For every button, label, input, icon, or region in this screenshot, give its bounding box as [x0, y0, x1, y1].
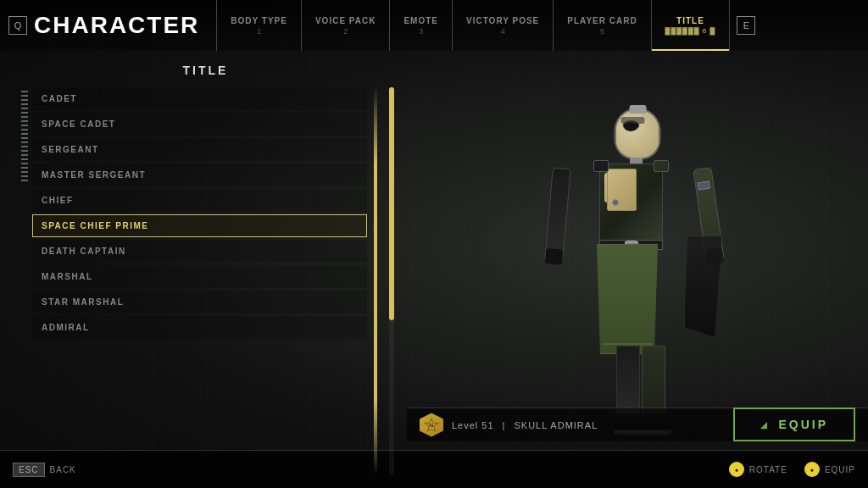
tab-voice-pack[interactable]: VOICE PACK 2	[302, 0, 391, 51]
title-item-marshal[interactable]: MARSHAL	[32, 265, 367, 288]
character-head	[615, 108, 661, 159]
shoulder-right	[654, 160, 669, 172]
tab-victory-pose[interactable]: VICTORY POSE 4	[453, 0, 554, 51]
tab-title[interactable]: TITLE ▓▓▓▓▓▓ 6 ▓	[652, 0, 731, 51]
title-list-container: CADET SPACE CADET SERGEANT MASTER SERGEA…	[17, 87, 394, 475]
title-item-master-sergeant[interactable]: MASTER SERGEANT	[32, 164, 367, 186]
glove-left	[545, 248, 563, 265]
right-panel: 51 Level 51 | SKULL ADMIRAL EQUIP	[407, 51, 868, 488]
status-level: Level 51	[452, 420, 494, 430]
title-item-sergeant[interactable]: SERGEANT	[32, 138, 367, 161]
status-title: SKULL ADMIRAL	[514, 420, 598, 430]
chest-detail	[612, 199, 619, 206]
character-figure	[544, 100, 731, 439]
character-cape	[684, 236, 722, 337]
shoulder-left	[593, 160, 609, 172]
page-title: CHARACTER	[34, 12, 199, 39]
q-key-button[interactable]: Q	[8, 16, 27, 35]
tab-bar: BODY TYPE 1 VOICE PACK 2 EMOTE 3 VICTORY…	[216, 0, 730, 51]
tab-body-type[interactable]: BODY TYPE 1	[216, 0, 302, 51]
left-panel: TITLE	[0, 51, 407, 488]
character-apron	[593, 244, 661, 354]
title-item-space-cadet[interactable]: SPACE CADET	[32, 113, 367, 136]
equip-button-label: EQUIP	[778, 418, 828, 431]
header: Q CHARACTER BODY TYPE 1 VOICE PACK 2 EMO…	[0, 0, 868, 51]
character-torso	[599, 164, 663, 248]
tab-emote[interactable]: EMOTE 3	[390, 0, 453, 51]
title-item-chief[interactable]: CHIEF	[32, 189, 367, 212]
title-item-star-marshal[interactable]: STAR MARSHAL	[32, 291, 367, 313]
title-item-death-captain[interactable]: DEATH CAPTAIN	[32, 240, 367, 263]
e-key-button[interactable]: E	[737, 16, 755, 35]
vertical-divider	[374, 87, 377, 475]
title-item-space-chief-prime[interactable]: SPACE CHIEF PRIME	[32, 214, 367, 237]
tab-player-card[interactable]: PLAYER CARD 5	[554, 0, 651, 51]
title-item-cadet[interactable]: CADET	[32, 87, 367, 110]
visor-detail	[621, 117, 645, 124]
helmet-top	[629, 105, 646, 114]
chest-plate	[607, 169, 637, 211]
character-arm-left	[544, 167, 571, 261]
main-content: TITLE	[0, 51, 868, 488]
status-separator: |	[503, 420, 506, 430]
arm-patch	[698, 181, 710, 191]
panel-title: TITLE	[17, 64, 394, 77]
scrollbar[interactable]	[389, 87, 394, 475]
rank-badge: 51	[420, 413, 443, 437]
title-list: CADET SPACE CADET SERGEANT MASTER SERGEA…	[32, 87, 367, 475]
apron-detail	[603, 343, 652, 345]
scroll-thumb[interactable]	[389, 87, 394, 320]
svg-text:51: 51	[429, 423, 434, 427]
left-border-decoration	[17, 87, 32, 475]
equip-button[interactable]: EQUIP	[733, 408, 855, 441]
title-item-admiral[interactable]: ADMIRAL	[32, 316, 367, 339]
